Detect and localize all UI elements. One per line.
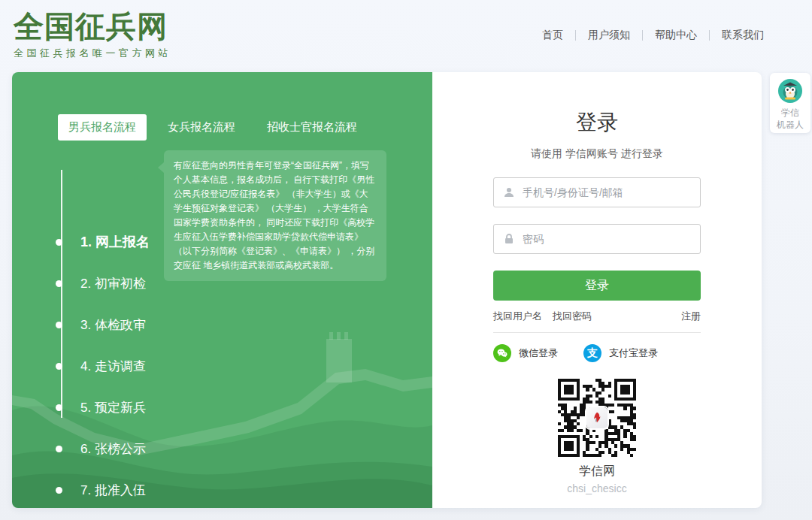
lock-icon <box>503 233 515 245</box>
qr-caption: 学信网 <box>432 464 762 479</box>
qr-block: 学信网 chsi_chesicc <box>432 379 762 494</box>
login-title: 登录 <box>432 108 762 137</box>
assistant-label-line2: 机器人 <box>770 119 810 131</box>
timeline-dot <box>56 487 62 494</box>
nav-separator <box>642 30 643 41</box>
tab-female-enlist-process[interactable]: 女兵报名流程 <box>157 114 246 141</box>
logo-title: 全国征兵网 <box>14 9 171 44</box>
register-link[interactable]: 注册 <box>681 310 701 323</box>
assistant-label-line1: 学信 <box>770 107 810 119</box>
process-panel: 男兵报名流程 女兵报名流程 招收士官报名流程 1. 网上报名 2. 初审初检 3… <box>12 72 432 508</box>
site-logo[interactable]: 全国征兵网 全国征兵报名唯一官方网站 <box>14 9 171 60</box>
timeline-line <box>61 170 62 418</box>
wechat-icon <box>493 344 511 362</box>
password-input[interactable] <box>523 233 691 245</box>
step-approval-enlistment: 7. 批准入伍 <box>56 480 146 500</box>
timeline-dot <box>56 404 62 411</box>
step-pre-assignment: 5. 预定新兵 <box>56 398 146 417</box>
step1-description-tooltip: 有应征意向的男性青年可登录“全国征兵网”，填写个人基本信息，报名成功后， 自行下… <box>164 150 386 281</box>
login-panel: 登录 请使用 学信网账号 进行登录 登录 找回用户名 找回密码 注册 <box>432 72 762 508</box>
third-party-login-row: 微信登录 支 支付宝登录 <box>493 344 701 362</box>
login-button[interactable]: 登录 <box>493 271 701 301</box>
site-header: 全国征兵网 全国征兵报名唯一官方网站 首页 用户须知 帮助中心 联系我们 <box>0 0 812 72</box>
tab-nco-enlist-process[interactable]: 招收士官报名流程 <box>256 114 368 141</box>
logo-subtitle: 全国征兵报名唯一官方网站 <box>14 47 171 60</box>
timeline-dot <box>56 280 62 287</box>
nav-item-user-notice[interactable]: 用户须知 <box>588 29 630 42</box>
step-online-registration: 1. 网上报名 <box>56 232 150 252</box>
nav-item-contact-us[interactable]: 联系我们 <box>722 29 764 42</box>
chsi-robot-icon <box>777 78 803 104</box>
timeline-dot <box>56 239 62 246</box>
step-physical-political-exam: 3. 体检政审 <box>56 315 146 334</box>
account-input[interactable] <box>523 186 691 198</box>
qr-code <box>558 379 636 457</box>
tooltip-arrow <box>158 162 164 173</box>
tab-male-enlist-process[interactable]: 男兵报名流程 <box>58 114 147 141</box>
nav-separator <box>709 30 710 41</box>
alipay-login-button[interactable]: 支 支付宝登录 <box>583 344 658 362</box>
step-public-announcement: 6. 张榜公示 <box>56 439 146 458</box>
qr-center-logo <box>586 407 607 428</box>
account-field <box>493 177 701 207</box>
timeline-dot <box>56 322 62 328</box>
main-card: 男兵报名流程 女兵报名流程 招收士官报名流程 1. 网上报名 2. 初审初检 3… <box>12 72 762 508</box>
timeline-dot <box>56 363 62 370</box>
find-password-link[interactable]: 找回密码 <box>553 310 592 323</box>
top-nav: 首页 用户须知 帮助中心 联系我们 <box>542 29 764 42</box>
find-username-link[interactable]: 找回用户名 <box>493 310 542 323</box>
step-home-visit-survey: 4. 走访调查 <box>56 356 146 376</box>
assistant-widget[interactable]: 学信 机器人 <box>770 73 810 133</box>
wechat-login-button[interactable]: 微信登录 <box>493 344 558 362</box>
nav-item-help-center[interactable]: 帮助中心 <box>655 29 697 42</box>
divider <box>493 332 701 333</box>
login-subtitle: 请使用 学信网账号 进行登录 <box>432 147 762 161</box>
chsi-bird-logo <box>590 411 604 425</box>
user-icon <box>503 186 515 198</box>
account-links-row: 找回用户名 找回密码 注册 <box>493 310 701 323</box>
qr-account-id: chsi_chesicc <box>432 482 762 494</box>
nav-separator <box>575 30 576 41</box>
password-field <box>493 224 701 254</box>
alipay-icon: 支 <box>583 344 601 362</box>
timeline-dot <box>56 446 62 452</box>
step-initial-review: 2. 初审初检 <box>56 274 146 293</box>
process-tabs: 男兵报名流程 女兵报名流程 招收士官报名流程 <box>58 114 378 141</box>
nav-item-home[interactable]: 首页 <box>542 29 563 42</box>
